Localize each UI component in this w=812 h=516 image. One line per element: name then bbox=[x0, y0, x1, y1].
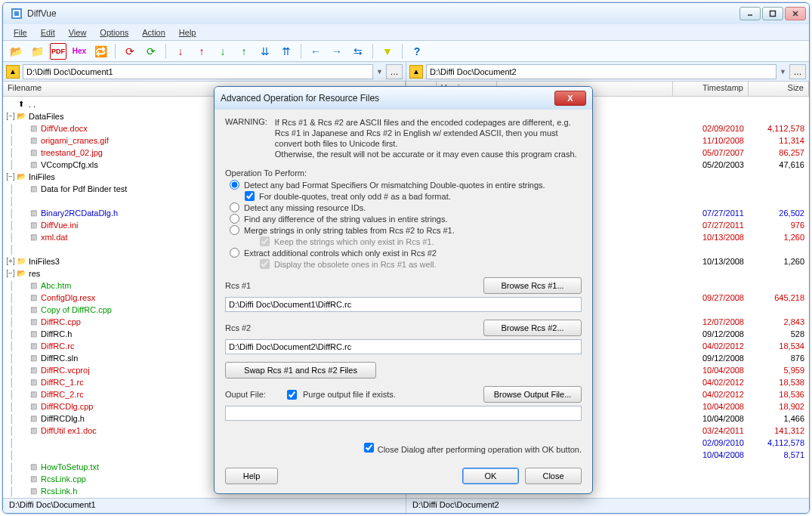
col-timestamp[interactable]: Timestamp bbox=[673, 82, 749, 96]
tree-expander-icon[interactable]: [−] bbox=[6, 110, 15, 122]
menubar: File Edit View Options Action Help bbox=[3, 24, 809, 41]
tree-expander-icon[interactable]: [−] bbox=[6, 267, 15, 280]
checkbox-double-quotes[interactable] bbox=[245, 191, 255, 201]
arrow-left-blue-icon[interactable]: ← bbox=[307, 43, 324, 60]
radio-merge-strings[interactable] bbox=[230, 225, 239, 235]
file-icon: ▧ bbox=[27, 401, 39, 412]
open-folder-icon[interactable]: 📂 bbox=[8, 43, 24, 60]
timestamp-cell: 12/07/2008 bbox=[673, 316, 749, 328]
arrow-up-red-icon[interactable]: ↑ bbox=[193, 43, 210, 60]
pdf-icon[interactable]: PDF bbox=[50, 43, 66, 60]
minimize-button[interactable] bbox=[739, 7, 761, 20]
size-cell: 26,502 bbox=[749, 207, 809, 219]
close-dialog-button[interactable]: Close bbox=[525, 468, 582, 484]
timestamp-cell: 07/27/2011 bbox=[673, 207, 749, 219]
purge-output-checkbox[interactable] bbox=[287, 390, 297, 400]
radio-missing-ids[interactable] bbox=[230, 202, 239, 212]
rcs1-path-input[interactable] bbox=[225, 297, 582, 312]
arrow-down-green-icon[interactable]: ↓ bbox=[215, 43, 231, 60]
size-cell bbox=[749, 195, 809, 207]
size-cell: 976 bbox=[749, 219, 809, 231]
file-icon: ▧ bbox=[27, 184, 39, 194]
timestamp-cell bbox=[673, 461, 749, 473]
radio-extract-controls[interactable] bbox=[230, 248, 239, 258]
file-name: treestand_02.jpg bbox=[41, 147, 103, 159]
size-cell bbox=[749, 485, 809, 497]
up-folder-right-icon[interactable]: ▲ bbox=[409, 65, 423, 79]
file-name: DiffRC_2.rc bbox=[41, 388, 84, 400]
refresh-left-icon[interactable]: ⟳ bbox=[122, 43, 138, 60]
dialog-titlebar[interactable]: Advanced Operation for Resource Files X bbox=[215, 87, 592, 110]
menu-edit[interactable]: Edit bbox=[35, 26, 61, 39]
timestamp-cell: 11/10/2008 bbox=[673, 134, 749, 147]
checkbox-display-obsolete bbox=[260, 259, 270, 269]
timestamp-cell bbox=[673, 171, 749, 183]
up-folder-left-icon[interactable]: ▲ bbox=[6, 65, 20, 79]
menu-options[interactable]: Options bbox=[94, 26, 134, 39]
path-right[interactable]: D:\Diffi Doc\Document2 bbox=[426, 64, 776, 79]
rcs2-path-input[interactable] bbox=[225, 339, 582, 354]
dialog-close-button[interactable]: X bbox=[554, 91, 586, 106]
arrow-right-blue-icon[interactable]: → bbox=[329, 43, 345, 60]
browse-right-button[interactable]: … bbox=[789, 64, 806, 79]
size-cell: 86,257 bbox=[749, 147, 809, 159]
timestamp-cell: 10/13/2008 bbox=[673, 255, 749, 267]
size-cell: 11,314 bbox=[749, 134, 809, 147]
arrow-up-green-icon[interactable]: ↑ bbox=[236, 43, 252, 60]
file-name: DiffRC.vcproj bbox=[41, 364, 90, 376]
timestamp-cell bbox=[673, 304, 749, 316]
col-size[interactable]: Size bbox=[749, 82, 809, 96]
tree-expander-icon[interactable]: [+] bbox=[6, 255, 15, 267]
dialog-title: Advanced Operation for Resource Files bbox=[221, 93, 554, 104]
browse-rcs1-button[interactable]: Browse Rcs #1... bbox=[483, 277, 582, 294]
dropdown-icon[interactable]: ▼ bbox=[780, 68, 786, 76]
file-icon: ▧ bbox=[27, 159, 39, 170]
file-name: DiffRCDlg.cpp bbox=[41, 400, 94, 412]
size-cell: 1,466 bbox=[749, 412, 809, 425]
help-button[interactable]: Help bbox=[225, 468, 278, 484]
file-name: DiffRC.rc bbox=[41, 340, 74, 352]
swap-rcs-button[interactable]: Swap Rcs #1 and Rcs #2 Files bbox=[225, 362, 376, 379]
arrow-down-red-icon[interactable]: ↓ bbox=[172, 43, 189, 60]
dropdown-icon[interactable]: ▼ bbox=[376, 68, 383, 76]
arrows-up-blue-icon[interactable]: ⇈ bbox=[278, 43, 295, 60]
open-folder2-icon[interactable]: 📁 bbox=[29, 43, 45, 60]
browse-rcs2-button[interactable]: Browse Rcs #2... bbox=[483, 320, 582, 336]
help-icon[interactable]: ? bbox=[409, 43, 425, 60]
file-name: xml.dat bbox=[41, 231, 67, 243]
close-dialog-checkbox[interactable] bbox=[364, 443, 374, 453]
radio-detect-format[interactable] bbox=[230, 180, 239, 190]
file-icon: ▧ bbox=[27, 474, 39, 484]
ok-button[interactable]: OK bbox=[462, 468, 519, 484]
refresh-right-icon[interactable]: ⟳ bbox=[143, 43, 159, 60]
output-path-input[interactable] bbox=[225, 406, 582, 421]
radio-find-difference[interactable] bbox=[230, 214, 239, 224]
file-name: Data for Pdf Binder test bbox=[41, 183, 127, 195]
menu-help[interactable]: Help bbox=[173, 26, 202, 39]
browse-left-button[interactable]: … bbox=[386, 64, 403, 79]
menu-file[interactable]: File bbox=[8, 26, 33, 39]
menu-view[interactable]: View bbox=[63, 26, 93, 39]
timestamp-cell: 02/09/2010 bbox=[673, 122, 749, 134]
separator bbox=[402, 44, 403, 59]
timestamp-cell: 03/24/2011 bbox=[673, 425, 749, 437]
timestamp-cell: 02/09/2010 bbox=[673, 437, 749, 449]
file-icon: ▧ bbox=[27, 425, 39, 436]
file-icon: ▧ bbox=[27, 135, 39, 146]
filter-icon[interactable]: ▼ bbox=[379, 43, 396, 60]
tree-expander-icon[interactable]: [−] bbox=[6, 171, 15, 183]
hex-icon[interactable]: Hex bbox=[71, 43, 88, 60]
arrows-down-blue-icon[interactable]: ⇊ bbox=[257, 43, 273, 60]
path-left[interactable]: D:\Diffi Doc\Document1 bbox=[23, 64, 373, 79]
maximize-button[interactable] bbox=[762, 7, 783, 20]
timestamp-cell: 07/27/2011 bbox=[673, 219, 749, 231]
status-left: D:\Diffi Doc\Document1 bbox=[3, 499, 406, 513]
arrows-leftright-blue-icon[interactable]: ⇆ bbox=[350, 43, 366, 60]
close-button[interactable] bbox=[785, 7, 806, 20]
folder-open-icon: 📂 bbox=[15, 111, 27, 122]
file-name: ConfigDlg.resx bbox=[41, 292, 95, 304]
menu-action[interactable]: Action bbox=[136, 26, 171, 39]
swap-icon[interactable]: 🔁 bbox=[92, 43, 109, 60]
browse-output-button[interactable]: Browse Output File... bbox=[483, 386, 582, 403]
size-cell bbox=[749, 461, 809, 473]
